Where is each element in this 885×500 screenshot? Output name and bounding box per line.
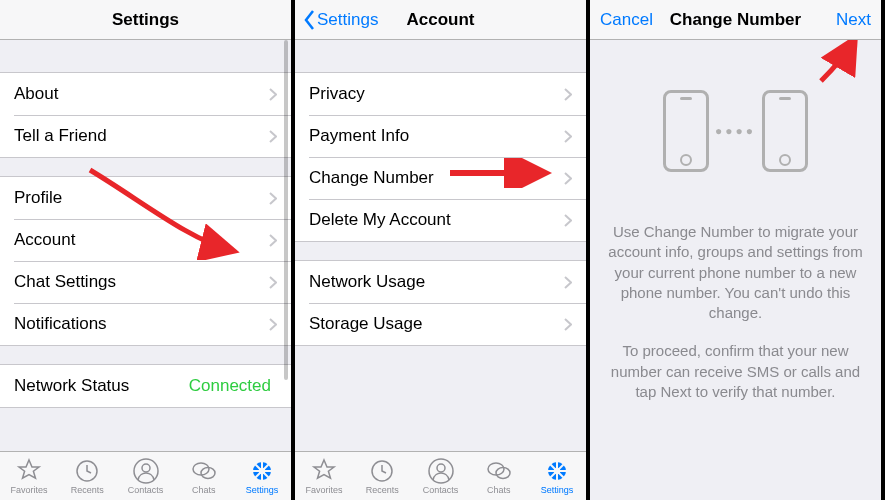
- navbar-title: Account: [407, 10, 475, 30]
- content-area: PrivacyPayment InfoChange NumberDelete M…: [295, 40, 586, 451]
- row-label: Notifications: [14, 314, 269, 334]
- chevron-right-icon: [269, 192, 277, 205]
- tab-label: Recents: [71, 485, 104, 495]
- row-label: Payment Info: [309, 126, 564, 146]
- chevron-right-icon: [269, 318, 277, 331]
- cancel-label: Cancel: [600, 10, 653, 30]
- tab-settings[interactable]: Settings: [528, 452, 586, 500]
- tab-recents[interactable]: Recents: [353, 452, 411, 500]
- tab-label: Favorites: [11, 485, 48, 495]
- contacts-icon: [133, 458, 159, 484]
- tab-bar: FavoritesRecentsContactsChatsSettings: [0, 451, 291, 500]
- next-button[interactable]: Next: [836, 10, 871, 30]
- screen-settings: Settings AboutTell a FriendProfileAccoun…: [0, 0, 295, 500]
- row-label: Chat Settings: [14, 272, 269, 292]
- tab-label: Settings: [541, 485, 574, 495]
- tab-label: Settings: [246, 485, 279, 495]
- chats-icon: [191, 458, 217, 484]
- tab-label: Chats: [487, 485, 511, 495]
- row-label: Privacy: [309, 84, 564, 104]
- tab-chats[interactable]: Chats: [470, 452, 528, 500]
- chevron-right-icon: [564, 318, 572, 331]
- settings-group: Network StatusConnected: [0, 364, 291, 408]
- row-delete-my-account[interactable]: Delete My Account: [295, 199, 586, 241]
- info-paragraph-2: To proceed, confirm that your new number…: [600, 341, 871, 402]
- content-area: ●●●● Use Change Number to migrate your a…: [590, 40, 881, 500]
- row-profile[interactable]: Profile: [0, 177, 291, 219]
- row-account[interactable]: Account: [0, 219, 291, 261]
- tab-recents[interactable]: Recents: [58, 452, 116, 500]
- settings-group: PrivacyPayment InfoChange NumberDelete M…: [295, 72, 586, 242]
- tab-chats[interactable]: Chats: [175, 452, 233, 500]
- settings-group: Network UsageStorage Usage: [295, 260, 586, 346]
- chevron-left-icon: [303, 10, 315, 30]
- row-label: Profile: [14, 188, 269, 208]
- row-chat-settings[interactable]: Chat Settings: [0, 261, 291, 303]
- chevron-right-icon: [564, 276, 572, 289]
- row-tell-a-friend[interactable]: Tell a Friend: [0, 115, 291, 157]
- chevron-right-icon: [564, 214, 572, 227]
- favorites-icon: [311, 458, 337, 484]
- row-label: Delete My Account: [309, 210, 564, 230]
- tab-contacts[interactable]: Contacts: [116, 452, 174, 500]
- chevron-right-icon: [269, 234, 277, 247]
- row-label: Storage Usage: [309, 314, 564, 334]
- navbar: Settings: [0, 0, 291, 40]
- transfer-dots-icon: ●●●●: [715, 124, 756, 138]
- row-notifications[interactable]: Notifications: [0, 303, 291, 345]
- screen-change-number: Cancel Change Number Next ●●●● Use Chang…: [590, 0, 885, 500]
- recents-icon: [74, 458, 100, 484]
- navbar: Settings Account: [295, 0, 586, 40]
- chevron-right-icon: [564, 88, 572, 101]
- row-label: Change Number: [309, 168, 564, 188]
- navbar: Cancel Change Number Next: [590, 0, 881, 40]
- row-network-status: Network StatusConnected: [0, 365, 291, 407]
- favorites-icon: [16, 458, 42, 484]
- chevron-right-icon: [564, 172, 572, 185]
- screen-account: Settings Account PrivacyPayment InfoChan…: [295, 0, 590, 500]
- next-label: Next: [836, 10, 871, 29]
- row-label: Network Usage: [309, 272, 564, 292]
- contacts-icon: [428, 458, 454, 484]
- tab-settings[interactable]: Settings: [233, 452, 291, 500]
- row-privacy[interactable]: Privacy: [295, 73, 586, 115]
- tab-favorites[interactable]: Favorites: [295, 452, 353, 500]
- row-network-usage[interactable]: Network Usage: [295, 261, 586, 303]
- settings-icon: [544, 458, 570, 484]
- tab-label: Chats: [192, 485, 216, 495]
- info-paragraph-1: Use Change Number to migrate your accoun…: [600, 222, 871, 323]
- cancel-button[interactable]: Cancel: [600, 10, 653, 30]
- phone-icon: [762, 90, 808, 172]
- row-about[interactable]: About: [0, 73, 291, 115]
- tab-label: Contacts: [423, 485, 459, 495]
- tab-contacts[interactable]: Contacts: [411, 452, 469, 500]
- tab-label: Favorites: [306, 485, 343, 495]
- row-payment-info[interactable]: Payment Info: [295, 115, 586, 157]
- row-value: Connected: [189, 376, 271, 396]
- phones-illustration: ●●●●: [600, 90, 871, 172]
- chevron-right-icon: [269, 276, 277, 289]
- row-change-number[interactable]: Change Number: [295, 157, 586, 199]
- tab-bar: FavoritesRecentsContactsChatsSettings: [295, 451, 586, 500]
- row-label: Tell a Friend: [14, 126, 269, 146]
- settings-group: AboutTell a Friend: [0, 72, 291, 158]
- row-label: Account: [14, 230, 269, 250]
- navbar-title: Change Number: [670, 10, 801, 30]
- row-storage-usage[interactable]: Storage Usage: [295, 303, 586, 345]
- back-button[interactable]: Settings: [303, 10, 378, 30]
- row-label: About: [14, 84, 269, 104]
- back-label: Settings: [317, 10, 378, 30]
- chevron-right-icon: [269, 88, 277, 101]
- tab-favorites[interactable]: Favorites: [0, 452, 58, 500]
- chevron-right-icon: [564, 130, 572, 143]
- navbar-title: Settings: [112, 10, 179, 30]
- settings-icon: [249, 458, 275, 484]
- tab-label: Recents: [366, 485, 399, 495]
- chevron-right-icon: [269, 130, 277, 143]
- phone-icon: [663, 90, 709, 172]
- content-area: AboutTell a FriendProfileAccountChat Set…: [0, 40, 291, 451]
- settings-group: ProfileAccountChat SettingsNotifications: [0, 176, 291, 346]
- chats-icon: [486, 458, 512, 484]
- scrollbar[interactable]: [284, 40, 288, 380]
- recents-icon: [369, 458, 395, 484]
